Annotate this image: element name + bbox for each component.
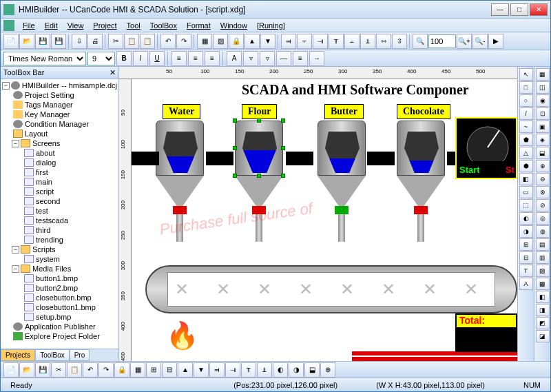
tree-item[interactable]: about: [36, 149, 55, 157]
run-button[interactable]: ▶: [488, 34, 503, 49]
bottom-tool[interactable]: 📋: [67, 362, 82, 378]
component-tool[interactable]: ⬓: [536, 147, 550, 159]
distribute-v-button[interactable]: ⇳: [392, 34, 407, 49]
component-tool[interactable]: ◪: [536, 330, 550, 342]
underline-button[interactable]: U: [149, 51, 165, 66]
tree-media[interactable]: Media Files: [32, 265, 71, 273]
tab-toolbox[interactable]: ToolBox: [35, 349, 70, 361]
draw-tool[interactable]: /: [519, 107, 533, 120]
tree-item[interactable]: main: [36, 178, 52, 186]
component-tool[interactable]: ▨: [536, 265, 550, 277]
tank-chocolate[interactable]: [397, 121, 445, 231]
menu-window[interactable]: Window: [216, 20, 251, 31]
total-value[interactable]: [455, 329, 517, 352]
italic-button[interactable]: I: [133, 51, 148, 66]
tree-toggle[interactable]: −: [12, 265, 19, 273]
back-button[interactable]: ▼: [260, 34, 276, 49]
text-left-button[interactable]: ≡: [171, 51, 187, 66]
save-button[interactable]: 💾: [35, 34, 50, 49]
tree-item[interactable]: test: [36, 207, 48, 215]
undo-button[interactable]: ↶: [160, 34, 176, 49]
component-tool[interactable]: ◈: [536, 134, 550, 146]
sidebar-close-icon[interactable]: ✕: [110, 68, 116, 77]
menu-runing[interactable]: [Runing]: [253, 20, 289, 31]
tree-item[interactable]: third: [36, 226, 50, 234]
redo-button[interactable]: ↷: [176, 34, 191, 49]
draw-tool[interactable]: ◐: [519, 212, 533, 225]
project-tree[interactable]: −HMIBuilder -- hmisample.dcj Project Set…: [1, 79, 118, 349]
tree-item[interactable]: dialog: [36, 158, 56, 167]
tree-toggle[interactable]: −: [2, 82, 10, 90]
component-tool[interactable]: ◨: [536, 304, 550, 316]
component-tool[interactable]: ▩: [536, 278, 550, 290]
lineweight-button[interactable]: ≡: [293, 51, 308, 66]
component-tool[interactable]: ⊗: [536, 186, 550, 198]
design-canvas[interactable]: SCADA and HMI Software Componer Water Fl…: [132, 79, 517, 361]
bottom-tool[interactable]: ◐: [273, 362, 288, 378]
component-tool[interactable]: ▦: [536, 68, 550, 81]
tree-explore[interactable]: Explore Project Folder: [25, 332, 100, 340]
tank-water[interactable]: [156, 121, 204, 231]
tab-projects[interactable]: Projects: [1, 349, 35, 361]
front-button[interactable]: ▲: [245, 34, 260, 49]
tank-flour[interactable]: [235, 121, 283, 231]
menu-toolbox[interactable]: ToolBox: [146, 20, 181, 31]
bottom-tool[interactable]: ↶: [83, 362, 98, 378]
tree-condition[interactable]: Condition Manager: [25, 120, 89, 128]
pipe-segment[interactable]: [367, 152, 395, 165]
open-button[interactable]: 📂: [19, 34, 34, 49]
tree-item[interactable]: closebutton1.bmp: [36, 303, 96, 311]
draw-tool[interactable]: ⬢: [519, 160, 533, 172]
component-tool[interactable]: ▣: [536, 121, 550, 133]
bottom-tool[interactable]: ⫫: [257, 362, 272, 378]
bottom-tool[interactable]: ⊕: [320, 362, 335, 378]
bottom-tool[interactable]: ⫤: [209, 362, 225, 378]
tank-butter[interactable]: [318, 121, 366, 231]
tree-tags[interactable]: Tags Manager: [25, 101, 73, 109]
bottom-tool[interactable]: ✂: [51, 362, 66, 378]
bottom-tool[interactable]: ▦: [130, 362, 145, 378]
menu-view[interactable]: View: [63, 20, 88, 31]
bottom-tool[interactable]: ⊟: [162, 362, 177, 378]
ungroup-button[interactable]: ▧: [213, 34, 228, 49]
align-top-button[interactable]: ⫪: [329, 34, 344, 49]
pipe-red[interactable]: [352, 357, 517, 361]
draw-tool[interactable]: ◑: [519, 225, 533, 238]
tree-item[interactable]: second: [36, 197, 60, 205]
tree-item[interactable]: trending: [36, 236, 63, 244]
label-butter[interactable]: Butter: [324, 104, 364, 119]
size-select[interactable]: 9: [87, 52, 115, 65]
tree-root[interactable]: HMIBuilder -- hmisample.dcj: [22, 81, 117, 90]
draw-tool[interactable]: ⬚: [519, 199, 533, 212]
draw-tool[interactable]: A: [519, 278, 533, 290]
cut-button[interactable]: ✂: [108, 34, 123, 49]
align-left-button[interactable]: ⫤: [281, 34, 296, 49]
draw-tool[interactable]: ~: [519, 121, 533, 133]
component-tool[interactable]: ⊕: [536, 160, 550, 172]
bottom-tool[interactable]: ▼: [194, 362, 209, 378]
menu-format[interactable]: Format: [183, 20, 215, 31]
component-tool[interactable]: ⊖: [536, 173, 550, 185]
tree-item[interactable]: button1.bmp: [36, 274, 78, 282]
label-water[interactable]: Water: [163, 104, 200, 119]
component-tool[interactable]: ◩: [536, 317, 550, 329]
print-button[interactable]: 🖨: [87, 34, 103, 49]
bottom-tool[interactable]: ⊞: [146, 362, 161, 378]
menu-edit[interactable]: Edit: [41, 20, 62, 31]
bottom-tool[interactable]: ↷: [98, 362, 114, 378]
total-label[interactable]: Total:: [455, 313, 517, 329]
bottom-tool[interactable]: ▲: [178, 362, 193, 378]
canvas-title[interactable]: SCADA and HMI Software Componer: [242, 82, 469, 98]
align-center-button[interactable]: ⫟: [297, 34, 312, 49]
zoomout-button[interactable]: 🔍-: [472, 34, 488, 49]
bold-button[interactable]: B: [116, 51, 132, 66]
gauge-panel[interactable]: Start St: [455, 117, 517, 179]
close-button[interactable]: ✕: [530, 3, 548, 16]
pipe-segment[interactable]: [286, 152, 313, 165]
tree-screens[interactable]: Screens: [32, 139, 60, 147]
tree-toggle[interactable]: −: [12, 140, 19, 147]
minimize-button[interactable]: —: [491, 3, 509, 16]
draw-tool[interactable]: □: [519, 81, 533, 94]
tree-layout[interactable]: Layout: [25, 130, 48, 138]
arrow-button[interactable]: →: [309, 51, 324, 66]
